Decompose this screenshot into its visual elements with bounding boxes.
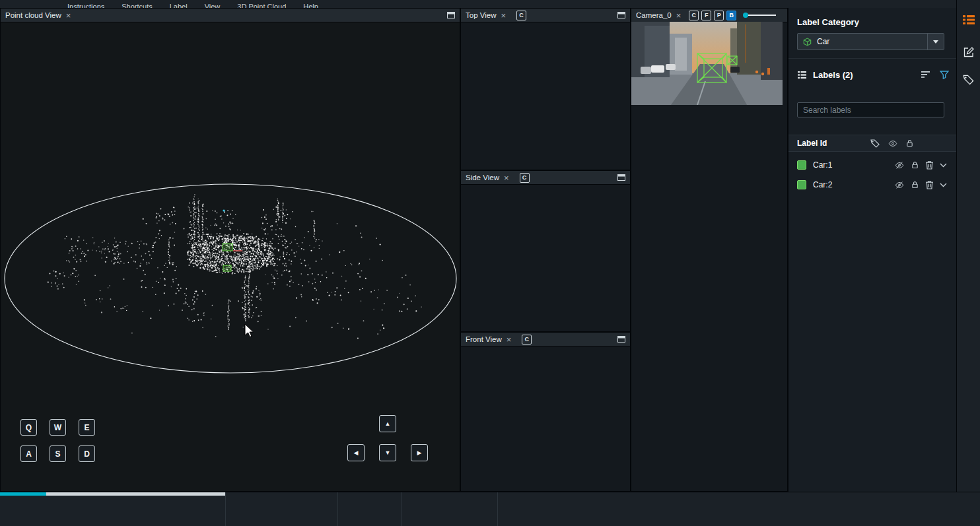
trash-icon[interactable] (925, 180, 934, 189)
lock-icon[interactable] (911, 180, 919, 189)
top-view-title: Top View (466, 11, 496, 19)
chevron-down-icon (933, 40, 938, 44)
cuboid-label-car2[interactable] (223, 265, 231, 271)
tag-all-icon[interactable] (870, 139, 880, 148)
front-view-panel: Front View × C (460, 332, 631, 492)
menu-bar: Instructions Shortcuts Label View 3D Poi… (0, 0, 956, 8)
toolbar-divider (337, 492, 338, 526)
visibility-off-icon[interactable] (894, 181, 905, 189)
pan-up-button[interactable]: ▲ (379, 415, 396, 432)
point-cloud-panel-header: Point cloud View × (1, 9, 460, 22)
label-row-car1[interactable]: Car:1 (788, 155, 956, 175)
building-mid-face (675, 38, 687, 71)
search-labels-input[interactable] (797, 102, 944, 117)
car-parked-2 (651, 65, 664, 73)
tags-panel-button[interactable] (962, 73, 975, 86)
maximize-button[interactable] (617, 174, 625, 181)
labels-panel-button[interactable] (962, 13, 975, 26)
frame-progress-bar[interactable] (0, 492, 225, 496)
slider-knob[interactable] (743, 13, 748, 18)
filter-icon[interactable] (940, 71, 949, 79)
camera-mode-f-button[interactable]: F (701, 11, 711, 20)
traffic-cone-1 (755, 71, 758, 73)
camera-panel-header: Camera_0 × C F P B (631, 9, 787, 22)
camera-overlay-slider[interactable] (743, 13, 776, 18)
chevron-down-icon[interactable] (940, 163, 947, 168)
key-button-e[interactable]: E (79, 419, 95, 436)
edit-icon (963, 46, 975, 58)
camera-mode-p-button[interactable]: P (714, 11, 724, 20)
selected-category-label: Car (817, 37, 829, 46)
pan-right-button[interactable]: ▶ (411, 444, 428, 461)
camera-toggle-button[interactable]: C (522, 335, 532, 345)
maximize-icon (447, 12, 455, 18)
maximize-button[interactable] (447, 12, 455, 18)
close-button[interactable]: × (501, 11, 506, 20)
maximize-button[interactable] (617, 12, 625, 18)
close-button[interactable]: × (507, 335, 512, 344)
menu-item-3d-point-cloud[interactable]: 3D Point Cloud (237, 0, 286, 8)
trash-icon[interactable] (925, 160, 934, 170)
menu-item-label[interactable]: Label (170, 0, 188, 8)
menu-item-instructions[interactable]: Instructions (67, 0, 104, 8)
sidebar-divider (788, 58, 956, 59)
maximize-button[interactable] (617, 336, 625, 343)
camera-panel: Camera_0 × C F P B (631, 8, 788, 492)
top-view-panel: Top View × C (460, 8, 631, 170)
frame-progress-fill (0, 492, 46, 496)
lock-all-icon[interactable] (905, 139, 914, 148)
chevron-down-icon[interactable] (940, 183, 947, 187)
key-button-s[interactable]: S (50, 445, 66, 462)
key-button-d[interactable]: D (79, 445, 95, 462)
labels-list-icon (797, 70, 807, 80)
menu-item-view[interactable]: View (205, 0, 221, 8)
labels-panel-icon (963, 15, 975, 25)
key-button-a[interactable]: A (20, 445, 37, 462)
top-view-header: Top View × C (461, 9, 630, 22)
label-category-dropdown[interactable]: Car (797, 33, 944, 50)
cuboid-label-car1[interactable] (223, 244, 232, 251)
side-view-header: Side View × C (461, 171, 630, 185)
side-view-title: Side View (466, 174, 499, 181)
key-button-w[interactable]: W (50, 419, 66, 436)
labeling-app: Instructions Shortcuts Label View 3D Poi… (0, 0, 980, 526)
camera-toggle-button[interactable]: C (516, 11, 526, 20)
close-button[interactable]: × (676, 11, 682, 20)
pan-down-button[interactable]: ▼ (379, 444, 396, 461)
point-cloud-panel: Point cloud View × Q W E A S D ▲ ◀ ▼ ▶ (0, 8, 460, 492)
camera-image[interactable] (631, 22, 783, 105)
dropdown-caret-button[interactable] (927, 34, 944, 49)
lock-icon[interactable] (911, 160, 919, 170)
labels-heading-row: Labels (2) (797, 67, 949, 82)
arrow-right-icon: ▶ (417, 449, 422, 456)
key-button-q[interactable]: Q (20, 419, 37, 436)
arrow-left-icon: ◀ (354, 449, 359, 456)
sort-icon[interactable] (921, 71, 930, 79)
building-right (761, 22, 783, 80)
menu-item-shortcuts[interactable]: Shortcuts (122, 0, 152, 8)
visibility-all-icon[interactable] (888, 139, 898, 148)
mouse-cursor (245, 324, 254, 337)
pan-left-button[interactable]: ◀ (347, 444, 365, 461)
label-color-swatch (797, 160, 806, 170)
label-id-text: Car:2 (813, 180, 832, 189)
front-view-title: Front View (466, 335, 502, 343)
camera-mode-b-button[interactable]: B (726, 11, 736, 20)
close-button[interactable]: × (504, 174, 509, 182)
side-view-panel: Side View × C (460, 170, 631, 332)
car-parked-3 (666, 64, 676, 70)
maximize-icon (617, 12, 625, 18)
menu-item-help[interactable]: Help (303, 0, 318, 8)
lidar-range-ellipse (5, 184, 456, 373)
construction-barrier (767, 68, 770, 75)
camera-toggle-button[interactable]: C (520, 173, 530, 183)
camera-panel-title: Camera_0 (636, 11, 672, 19)
label-row-car2[interactable]: Car:2 (788, 175, 956, 195)
slider-track (748, 15, 776, 16)
toolbar-divider (225, 492, 226, 526)
front-view-header: Front View × C (461, 333, 630, 346)
edit-panel-button[interactable] (962, 46, 975, 59)
visibility-off-icon[interactable] (894, 161, 905, 170)
camera-mode-c-button[interactable]: C (689, 11, 699, 20)
close-button[interactable]: × (66, 11, 71, 20)
